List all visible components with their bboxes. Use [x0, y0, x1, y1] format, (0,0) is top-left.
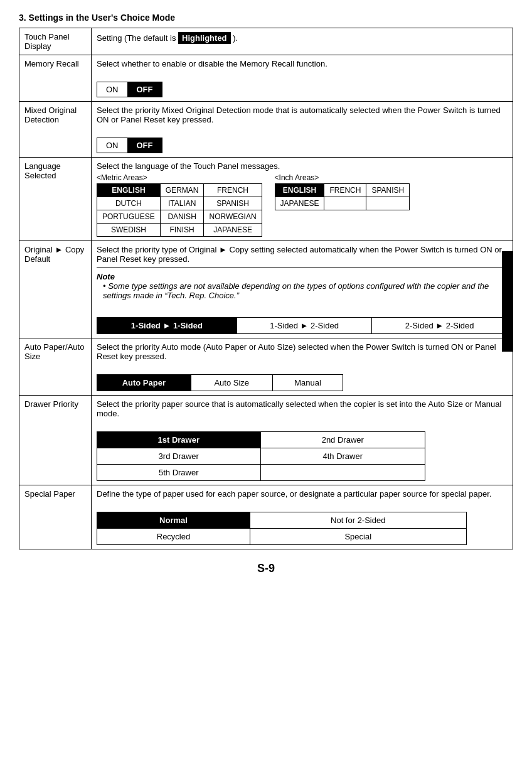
- original-copy-row: Original ► Copy Default Select the prior…: [19, 241, 513, 338]
- auto-paper-option[interactable]: Auto Paper: [97, 375, 191, 391]
- auto-paper-desc: Select the priority Auto mode (Auto Pape…: [97, 342, 496, 361]
- drawer-options: 1st Drawer 2nd Drawer 3rd Drawer 4th Dra…: [97, 431, 425, 481]
- lang-english-inch[interactable]: ENGLISH: [275, 184, 324, 197]
- header-content: Setting (The default is Highlighted ).: [92, 28, 513, 55]
- language-content: Select the language of the Touch Panel m…: [92, 158, 513, 241]
- lang-german[interactable]: GERMAN: [160, 184, 204, 197]
- note-body: • Some type settings are not available d…: [103, 281, 508, 300]
- note-section: Note • Some type settings are not availa…: [97, 272, 508, 300]
- language-section: <Metric Areas> ENGLISH GERMAN FRENCH DUT…: [97, 173, 508, 237]
- lang-french-inch[interactable]: FRENCH: [324, 184, 366, 197]
- inch-area-label: <Inch Areas>: [275, 173, 410, 182]
- drawer-priority-desc: Select the priority paper source that is…: [97, 399, 501, 418]
- manual-option[interactable]: Manual: [272, 375, 343, 391]
- sidebar-bar: [502, 251, 513, 352]
- drawer-priority-content: Select the priority paper source that is…: [92, 396, 513, 485]
- memory-recall-content: Select whether to enable or disable the …: [92, 55, 513, 102]
- lang-english-metric[interactable]: ENGLISH: [97, 184, 161, 197]
- lang-swedish[interactable]: SWEDISH: [97, 224, 161, 237]
- memory-recall-row: Memory Recall Select whether to enable o…: [19, 55, 513, 102]
- settings-table: Touch Panel Display Setting (The default…: [19, 28, 513, 549]
- drawer-priority-row: Drawer Priority Select the priority pape…: [19, 396, 513, 485]
- language-label: Language Selected: [19, 158, 92, 241]
- lang-finish[interactable]: FINISH: [160, 224, 204, 237]
- mixed-original-row: Mixed Original Detection Select the prio…: [19, 102, 513, 158]
- special-options: Normal Not for 2-Sided Recycled Special: [97, 512, 467, 545]
- section-title: 3. Settings in the User's Choice Mode: [19, 13, 513, 23]
- lang-japanese-metric[interactable]: JAPANESE: [204, 224, 262, 237]
- page-number: S-9: [19, 562, 513, 575]
- drawer-priority-label: Drawer Priority: [19, 396, 92, 485]
- mixed-original-content: Select the priority Mixed Original Detec…: [92, 102, 513, 158]
- auto-paper-row: Auto Paper/Auto Size Select the priority…: [19, 338, 513, 396]
- memory-recall-off[interactable]: OFF: [127, 82, 162, 97]
- lang-portuguese[interactable]: PORTUGUESE: [97, 210, 161, 224]
- header-label: Touch Panel Display: [19, 28, 92, 55]
- special-normal[interactable]: Normal: [97, 512, 250, 529]
- metric-lang-table: ENGLISH GERMAN FRENCH DUTCH ITALIAN SPAN…: [97, 183, 262, 237]
- setting-suffix: ).: [231, 33, 238, 43]
- lang-italian[interactable]: ITALIAN: [160, 197, 204, 210]
- copy-2sided-2sided[interactable]: 2-Sided ► 2-Sided: [372, 318, 508, 334]
- memory-recall-options: ON OFF: [97, 82, 162, 97]
- special-special[interactable]: Special: [250, 529, 466, 545]
- mixed-original-desc: Select the priority Mixed Original Detec…: [97, 105, 501, 124]
- language-tables: <Metric Areas> ENGLISH GERMAN FRENCH DUT…: [97, 173, 508, 237]
- mixed-original-on[interactable]: ON: [97, 138, 128, 153]
- mixed-original-off[interactable]: OFF: [127, 138, 162, 153]
- original-copy-label: Original ► Copy Default: [19, 241, 92, 338]
- special-not-2sided[interactable]: Not for 2-Sided: [250, 512, 466, 529]
- header-row: Touch Panel Display Setting (The default…: [19, 28, 513, 55]
- lang-empty-2: [366, 197, 410, 210]
- drawer-2nd[interactable]: 2nd Drawer: [260, 432, 425, 448]
- drawer-empty: [260, 465, 425, 481]
- setting-prefix: Setting (The default is: [97, 33, 178, 43]
- copy-1sided-2sided[interactable]: 1-Sided ► 2-Sided: [237, 318, 372, 334]
- drawer-5th[interactable]: 5th Drawer: [97, 465, 261, 481]
- auto-paper-label: Auto Paper/Auto Size: [19, 338, 92, 396]
- touch-panel-display-label: Touch Panel Display: [24, 32, 70, 51]
- copy-1sided-1sided[interactable]: 1-Sided ► 1-Sided: [97, 318, 237, 334]
- note-title: Note: [97, 272, 508, 281]
- lang-spanish-metric[interactable]: SPANISH: [204, 197, 262, 210]
- language-row: Language Selected Select the language of…: [19, 158, 513, 241]
- drawer-3rd[interactable]: 3rd Drawer: [97, 448, 261, 465]
- memory-recall-on[interactable]: ON: [97, 82, 128, 97]
- auto-paper-content: Select the priority Auto mode (Auto Pape…: [92, 338, 513, 396]
- lang-empty-1: [324, 197, 366, 210]
- copy-options-table: 1-Sided ► 1-Sided 1-Sided ► 2-Sided 2-Si…: [97, 317, 508, 334]
- inch-lang-table: ENGLISH FRENCH SPANISH JAPANESE: [275, 183, 410, 210]
- language-desc: Select the language of the Touch Panel m…: [97, 161, 280, 171]
- special-paper-desc: Define the type of paper used for each p…: [97, 489, 491, 499]
- lang-japanese-inch[interactable]: JAPANESE: [275, 197, 324, 210]
- lang-french-metric[interactable]: FRENCH: [204, 184, 262, 197]
- special-paper-label: Special Paper: [19, 485, 92, 549]
- special-recycled[interactable]: Recycled: [97, 529, 250, 545]
- auto-size-option[interactable]: Auto Size: [191, 375, 272, 391]
- lang-danish[interactable]: DANISH: [160, 210, 204, 224]
- drawer-1st[interactable]: 1st Drawer: [97, 432, 261, 448]
- mixed-original-label: Mixed Original Detection: [19, 102, 92, 158]
- original-copy-content: Select the priority type of Original ► C…: [92, 241, 513, 338]
- memory-recall-label: Memory Recall: [19, 55, 92, 102]
- original-copy-desc: Select the priority type of Original ► C…: [97, 245, 502, 264]
- mixed-original-options: ON OFF: [97, 138, 162, 153]
- metric-area: <Metric Areas> ENGLISH GERMAN FRENCH DUT…: [97, 173, 262, 237]
- special-paper-row: Special Paper Define the type of paper u…: [19, 485, 513, 549]
- memory-recall-desc: Select whether to enable or disable the …: [97, 59, 327, 68]
- lang-dutch[interactable]: DUTCH: [97, 197, 161, 210]
- lang-spanish-inch[interactable]: SPANISH: [366, 184, 410, 197]
- highlighted-box: Highlighted: [178, 32, 231, 44]
- lang-norwegian[interactable]: NORWEGIAN: [204, 210, 262, 224]
- special-paper-content: Define the type of paper used for each p…: [92, 485, 513, 549]
- drawer-4th[interactable]: 4th Drawer: [260, 448, 425, 465]
- metric-area-label: <Metric Areas>: [97, 173, 262, 182]
- inch-area: <Inch Areas> ENGLISH FRENCH SPANISH JAPA…: [275, 173, 410, 210]
- auto-size-options: Auto Paper Auto Size Manual: [97, 374, 343, 391]
